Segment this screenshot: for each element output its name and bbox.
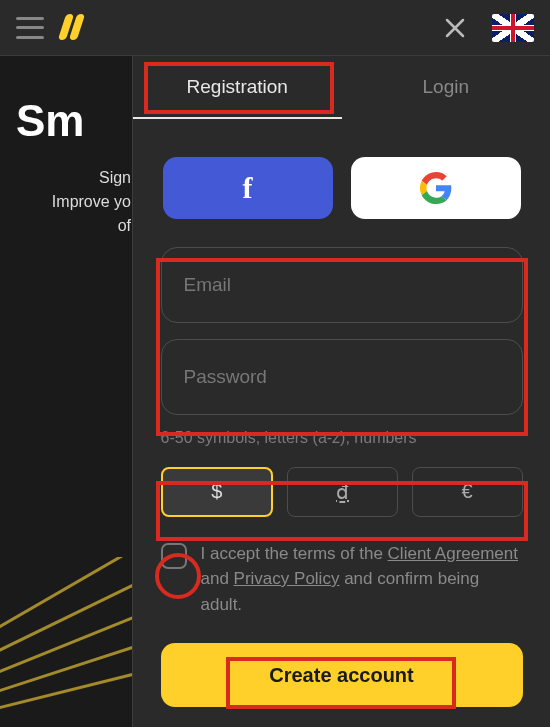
terms-row: I accept the terms of the Client Agreeme… bbox=[161, 541, 523, 618]
currency-vnd-label: ₫ bbox=[336, 480, 349, 504]
facebook-login-button[interactable]: f bbox=[163, 157, 333, 219]
terms-text: I accept the terms of the Client Agreeme… bbox=[201, 541, 523, 618]
menu-icon[interactable] bbox=[16, 17, 44, 39]
hero-subtitle: Sign Improve yo of bbox=[16, 166, 131, 238]
google-icon bbox=[420, 172, 452, 204]
tab-registration-label: Registration bbox=[187, 76, 288, 98]
currency-option-eur[interactable]: € bbox=[412, 467, 523, 517]
top-bar bbox=[0, 0, 550, 56]
client-agreement-link[interactable]: Client Agreement bbox=[388, 544, 518, 563]
tab-registration[interactable]: Registration bbox=[133, 56, 342, 119]
close-icon[interactable] bbox=[442, 15, 468, 41]
brand-logo-icon[interactable] bbox=[58, 14, 86, 42]
tab-login-label: Login bbox=[423, 76, 470, 98]
terms-checkbox[interactable] bbox=[161, 543, 187, 569]
auth-tabs: Registration Login bbox=[133, 56, 550, 119]
hero-background: Sm Sign Improve yo of bbox=[0, 56, 135, 238]
tab-login[interactable]: Login bbox=[342, 56, 551, 119]
facebook-icon: f bbox=[243, 171, 253, 205]
topbar-right bbox=[442, 14, 534, 42]
password-field[interactable] bbox=[161, 339, 523, 415]
email-field[interactable] bbox=[161, 247, 523, 323]
currency-option-usd[interactable]: $ bbox=[161, 467, 274, 517]
create-account-button[interactable]: Create account bbox=[161, 643, 523, 707]
auth-panel: Registration Login f bbox=[132, 56, 550, 727]
privacy-policy-link[interactable]: Privacy Policy bbox=[234, 569, 340, 588]
panel-body: f 6-50 symbols, letters (a-z), numbers bbox=[133, 119, 550, 728]
currency-selector: $ ₫ € bbox=[161, 467, 523, 517]
social-login-row: f bbox=[159, 157, 524, 219]
create-account-label: Create account bbox=[269, 664, 414, 686]
hero-title: Sm bbox=[16, 96, 131, 146]
credential-fields bbox=[161, 247, 523, 415]
currency-usd-label: $ bbox=[211, 480, 222, 503]
currency-eur-label: € bbox=[462, 480, 473, 503]
google-login-button[interactable] bbox=[351, 157, 521, 219]
topbar-left bbox=[16, 14, 86, 42]
currency-option-vnd[interactable]: ₫ bbox=[287, 467, 398, 517]
password-hint: 6-50 symbols, letters (a-z), numbers bbox=[161, 429, 523, 447]
language-flag-uk-icon[interactable] bbox=[492, 14, 534, 42]
